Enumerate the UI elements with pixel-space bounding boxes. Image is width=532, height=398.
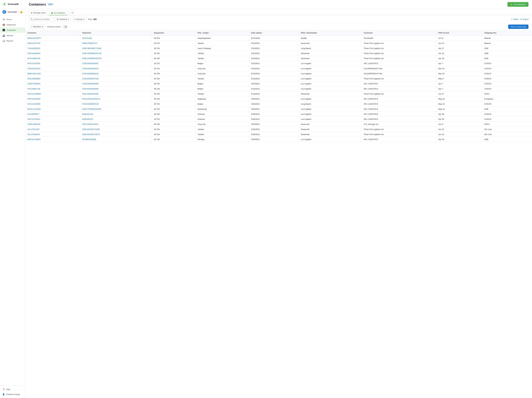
shipping-line-cell: Maersk bbox=[482, 41, 532, 46]
container-cell[interactable]: JXLU7818540 bbox=[25, 132, 80, 137]
container-cell[interactable]: MOFU6718802 bbox=[25, 137, 80, 142]
actively-tracked-toggle[interactable] bbox=[62, 26, 67, 28]
logo-area[interactable]: Terminal49 bbox=[2, 2, 19, 6]
sidebar-item-home[interactable]: ⊞ Home bbox=[0, 17, 25, 22]
date-added-cell: 5/10/2021 bbox=[249, 76, 299, 81]
col-container[interactable]: Container bbox=[25, 30, 80, 36]
sidebar-item-vessels[interactable]: 🚢 Vessels bbox=[0, 33, 25, 38]
col-shipping-line[interactable]: Shipping line bbox=[482, 30, 532, 36]
shipping-line-cell: COSCO bbox=[482, 112, 532, 117]
shipment-cell[interactable]: COSU6293953660 bbox=[80, 86, 152, 91]
user-profile-item[interactable]: 👤 Esteban Arango › bbox=[0, 392, 25, 397]
main-content: Containers BETA ⚡ Give feedback ⊞ Manage… bbox=[25, 0, 532, 398]
col-shipment[interactable]: Shipment bbox=[80, 30, 152, 36]
pod-destination-cell: Seattle bbox=[298, 36, 361, 41]
container-cell[interactable]: MOAU1414385 bbox=[25, 107, 80, 112]
search-box[interactable]: 🔍 bbox=[29, 17, 53, 21]
customer-cell: APL LOGISTICS bbox=[361, 117, 436, 122]
equipment-cell: 40' DH bbox=[152, 86, 195, 91]
shipment-cell[interactable]: ONEYSZPB65291700 bbox=[80, 51, 152, 56]
col-equipment[interactable]: Equipment bbox=[152, 30, 195, 36]
share-button[interactable]: ↗ Share bbox=[511, 18, 519, 20]
shipment-cell[interactable]: ONEYBKKB65773600 bbox=[80, 46, 152, 51]
shipment-cell[interactable]: ONEYTPEB30035400 bbox=[80, 107, 152, 112]
reports-icon: 📊 bbox=[2, 39, 5, 42]
sidebar-item-reports[interactable]: 📊 Reports bbox=[0, 38, 25, 44]
notification-bell-icon[interactable]: 🔔 bbox=[20, 11, 23, 13]
container-cell[interactable]: FCIU9380977 bbox=[25, 112, 80, 117]
pod-destination-cell: Long Beach bbox=[298, 102, 361, 107]
user-info[interactable]: T Terminal49 ▾ bbox=[2, 10, 19, 14]
all-containers-tab[interactable]: ▦ All containers bbox=[49, 11, 68, 15]
col-pol-origin[interactable]: POL / Origin bbox=[195, 30, 249, 36]
sidebar-item-shipments[interactable]: 📦 Shipments bbox=[0, 22, 25, 27]
container-cell[interactable]: JXLU7811057 bbox=[25, 127, 80, 132]
container-cell[interactable]: MWCU5243077 bbox=[25, 36, 80, 41]
customer-cell: APL LOGISTICS bbox=[361, 61, 436, 66]
date-added-cell: 5/10/2021 bbox=[249, 91, 299, 97]
shipment-cell[interactable]: OOLU2665118431 bbox=[80, 122, 152, 127]
container-cell[interactable]: FDCU0448530 bbox=[25, 51, 80, 56]
manage-views-button[interactable]: ⊞ Manage views bbox=[29, 10, 48, 15]
help-icon: ❓ bbox=[2, 388, 5, 391]
shipment-cell[interactable]: COSU6290485210 bbox=[80, 66, 152, 71]
col-pod-arrival[interactable]: POD Arrival bbox=[436, 30, 482, 36]
sidebar-item-containers[interactable]: ⬛ Containers bbox=[0, 27, 25, 33]
shipment-cell[interactable]: COSU6296985120 bbox=[80, 102, 152, 107]
collapse-sidebar-button[interactable]: ⋮ bbox=[20, 3, 23, 6]
pod-destination-cell: Savannah bbox=[298, 51, 361, 56]
pol-origin-cell: Yantian bbox=[195, 127, 249, 132]
container-cell[interactable]: BMOU4617543 bbox=[25, 71, 80, 76]
shipment-cell[interactable]: 6292433120 bbox=[80, 112, 152, 117]
container-cell[interactable]: FSCU8681738 bbox=[25, 86, 80, 91]
container-cell[interactable]: NYKU4905784 bbox=[25, 56, 80, 61]
shipment-cell[interactable]: PENB04316800 bbox=[80, 137, 152, 142]
container-cell[interactable]: TGHU6585522 bbox=[25, 46, 80, 51]
shipment-cell[interactable]: 910731461 bbox=[80, 36, 152, 41]
export-button[interactable]: ⬇ Export bbox=[520, 18, 528, 20]
search-icon: 🔍 bbox=[31, 18, 33, 20]
container-cell[interactable]: UETU2178610 bbox=[25, 117, 80, 122]
equipment-cell: 40' DH bbox=[152, 81, 195, 86]
container-cell[interactable]: CSNU7400544 bbox=[25, 81, 80, 86]
shipment-cell[interactable]: EGLV236100106173 bbox=[80, 97, 152, 102]
top-bar: Containers BETA ⚡ Give feedback bbox=[25, 0, 532, 9]
shipment-cell[interactable]: OOLU2662013580 bbox=[80, 91, 152, 97]
container-cell[interactable]: TGHU0347620 bbox=[25, 66, 80, 71]
container-cell[interactable]: OOCU6736999 bbox=[25, 91, 80, 97]
pod-destination-cell: Los Angeles bbox=[298, 71, 361, 76]
pol-origin-cell: Yantian bbox=[195, 51, 249, 56]
shipment-cell[interactable]: ONEYSZPB50353700 bbox=[80, 56, 152, 61]
col-customer[interactable]: Customer bbox=[361, 30, 436, 36]
shipment-cell[interactable]: COSU6293953660 bbox=[80, 81, 152, 86]
shipment-cell[interactable]: ZIMUHKG83179275 bbox=[80, 132, 152, 137]
shipment-cell[interactable]: COSU6290485210 bbox=[80, 71, 152, 76]
help-item[interactable]: ❓ Help › bbox=[0, 387, 25, 392]
containers-table: Container Shipment Equipment POL / Origi… bbox=[25, 30, 532, 142]
add-filters-button[interactable]: + Add filters ▾ bbox=[29, 25, 45, 29]
col-date-added[interactable]: Date added↑ bbox=[249, 30, 299, 36]
total-label: Total: 993 bbox=[88, 18, 97, 20]
container-cell[interactable]: DRYU4164535 bbox=[25, 97, 80, 102]
search-input[interactable] bbox=[34, 18, 52, 20]
columns-button[interactable]: ⊞ Columns ▾ bbox=[55, 17, 71, 21]
lightning-icon: ⚡ bbox=[510, 3, 513, 6]
sort-button[interactable]: ≡ Sort by ▾ bbox=[72, 17, 86, 21]
date-added-cell: 5/26/2021 bbox=[249, 97, 299, 102]
container-cell[interactable]: DFSU1224420 bbox=[25, 61, 80, 66]
shipment-cell[interactable]: MAEU209807217 bbox=[80, 41, 152, 46]
shipment-cell[interactable]: COSU6293953661 bbox=[80, 61, 152, 66]
col-pod-destination[interactable]: POD / Destination bbox=[298, 30, 361, 36]
give-feedback-button[interactable]: ⚡ Give feedback bbox=[507, 2, 528, 7]
container-cell[interactable]: OOLU1130900 bbox=[25, 102, 80, 107]
save-as-new-view-button[interactable]: Save as new view bbox=[508, 25, 528, 29]
shipment-cell[interactable]: COSU6295407120 bbox=[80, 76, 152, 81]
pod-destination-cell: Los Angeles bbox=[298, 137, 361, 142]
shipment-cell[interactable]: 6292433120 bbox=[80, 117, 152, 122]
container-cell[interactable]: MSKU1327441 bbox=[25, 41, 80, 46]
container-cell[interactable]: TGBU7696426 bbox=[25, 122, 80, 127]
shipment-cell[interactable]: ZIMUHKG83179285 bbox=[80, 127, 152, 132]
container-cell[interactable]: OOLU6900964 bbox=[25, 76, 80, 81]
pol-origin-cell: Chennai bbox=[195, 112, 249, 117]
add-tab-button[interactable]: + ▾ bbox=[69, 10, 75, 15]
